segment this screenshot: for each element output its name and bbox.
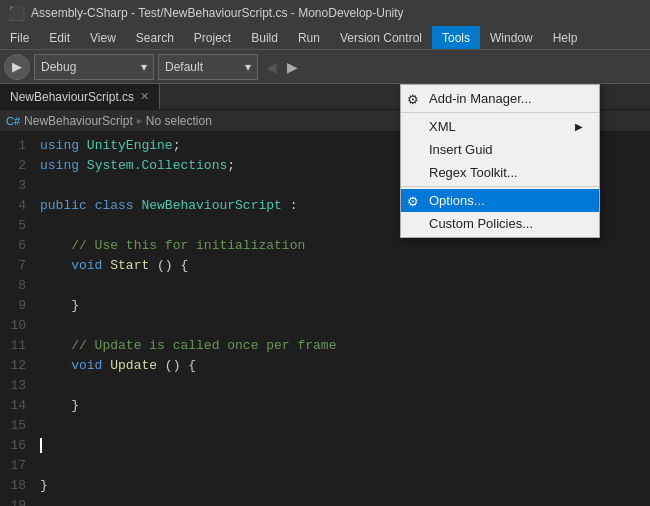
- app-icon: ⬛: [8, 5, 25, 21]
- title-text: Assembly-CSharp - Test/NewBehaviourScrip…: [31, 6, 404, 20]
- addin-manager-label: Add-in Manager...: [429, 91, 532, 106]
- code-line-9: }: [40, 296, 336, 316]
- code-line-17: [40, 456, 336, 476]
- code-line-6: // Use this for initialization: [40, 236, 336, 256]
- custom-policies-label: Custom Policies...: [429, 216, 533, 231]
- code-line-11: // Update is called once per frame: [40, 336, 336, 356]
- nav-back-button[interactable]: ◀: [262, 57, 281, 77]
- play-icon: ▶: [12, 59, 22, 74]
- code-line-16: [40, 436, 336, 456]
- menu-search[interactable]: Search: [126, 26, 184, 49]
- insert-guid-label: Insert Guid: [429, 142, 493, 157]
- menu-item-custom-policies[interactable]: Custom Policies...: [401, 212, 599, 235]
- tab-filename: NewBehaviourScript.cs: [10, 90, 134, 104]
- breadcrumb-script[interactable]: NewBehaviourScript: [24, 114, 133, 128]
- code-line-4: public class NewBehaviourScript :: [40, 196, 336, 216]
- menu-bar: File Edit View Search Project Build Run …: [0, 26, 650, 50]
- breadcrumb-separator: ▸: [137, 115, 142, 126]
- menu-item-options[interactable]: ⚙ Options...: [401, 189, 599, 212]
- menu-project[interactable]: Project: [184, 26, 241, 49]
- menu-item-addin-manager[interactable]: ⚙ Add-in Manager...: [401, 87, 599, 110]
- menu-window[interactable]: Window: [480, 26, 543, 49]
- regex-toolkit-label: Regex Toolkit...: [429, 165, 518, 180]
- title-bar: ⬛ Assembly-CSharp - Test/NewBehaviourScr…: [0, 0, 650, 26]
- default-config-label: Default: [165, 60, 203, 74]
- breadcrumb-selection[interactable]: No selection: [146, 114, 212, 128]
- line-numbers: 1 2 3 4 5 6 7 8 9 10 11 12 13 14 15 16 1…: [0, 136, 36, 502]
- selection-text: No selection: [146, 114, 212, 128]
- code-line-19: [40, 496, 336, 506]
- code-line-10: [40, 316, 336, 336]
- code-line-14: }: [40, 396, 336, 416]
- tab-close-button[interactable]: ✕: [140, 90, 149, 103]
- code-lines: using UnityEngine; using System.Collecti…: [36, 136, 336, 502]
- code-line-15: [40, 416, 336, 436]
- addin-manager-icon: ⚙: [407, 91, 419, 106]
- code-line-5: [40, 216, 336, 236]
- menu-item-xml[interactable]: XML ▶: [401, 115, 599, 138]
- tab-newbehaviourscript[interactable]: NewBehaviourScript.cs ✕: [0, 84, 160, 109]
- menu-file[interactable]: File: [0, 26, 39, 49]
- default-config-dropdown[interactable]: Default ▾: [158, 54, 258, 80]
- code-line-7: void Start () {: [40, 256, 336, 276]
- code-line-3: [40, 176, 336, 196]
- code-line-12: void Update () {: [40, 356, 336, 376]
- menu-item-regex-toolkit[interactable]: Regex Toolkit...: [401, 161, 599, 184]
- script-name: NewBehaviourScript: [24, 114, 133, 128]
- play-button[interactable]: ▶: [4, 54, 30, 80]
- menu-item-insert-guid[interactable]: Insert Guid: [401, 138, 599, 161]
- menu-separator-1: [401, 112, 599, 113]
- menu-view[interactable]: View: [80, 26, 126, 49]
- script-type-icon: C#: [6, 115, 20, 127]
- xml-label: XML: [429, 119, 456, 134]
- code-line-2: using System.Collections;: [40, 156, 336, 176]
- menu-build[interactable]: Build: [241, 26, 288, 49]
- menu-help[interactable]: Help: [543, 26, 588, 49]
- menu-separator-2: [401, 186, 599, 187]
- toolbar: ▶ Debug ▾ Default ▾ ◀ ▶: [0, 50, 650, 84]
- menu-tools[interactable]: Tools: [432, 26, 480, 49]
- default-config-arrow: ▾: [245, 60, 251, 74]
- nav-forward-button[interactable]: ▶: [283, 57, 302, 77]
- menu-run[interactable]: Run: [288, 26, 330, 49]
- xml-arrow: ▶: [575, 121, 583, 132]
- menu-edit[interactable]: Edit: [39, 26, 80, 49]
- menu-version-control[interactable]: Version Control: [330, 26, 432, 49]
- debug-config-label: Debug: [41, 60, 76, 74]
- code-line-1: using UnityEngine;: [40, 136, 336, 156]
- debug-config-dropdown[interactable]: Debug ▾: [34, 54, 154, 80]
- options-label: Options...: [429, 193, 485, 208]
- code-line-13: [40, 376, 336, 396]
- code-line-8: [40, 276, 336, 296]
- debug-config-arrow: ▾: [141, 60, 147, 74]
- nav-arrows: ◀ ▶: [262, 57, 302, 77]
- options-icon: ⚙: [407, 193, 419, 208]
- tools-dropdown-menu: ⚙ Add-in Manager... XML ▶ Insert Guid Re…: [400, 84, 600, 238]
- code-line-18: }: [40, 476, 336, 496]
